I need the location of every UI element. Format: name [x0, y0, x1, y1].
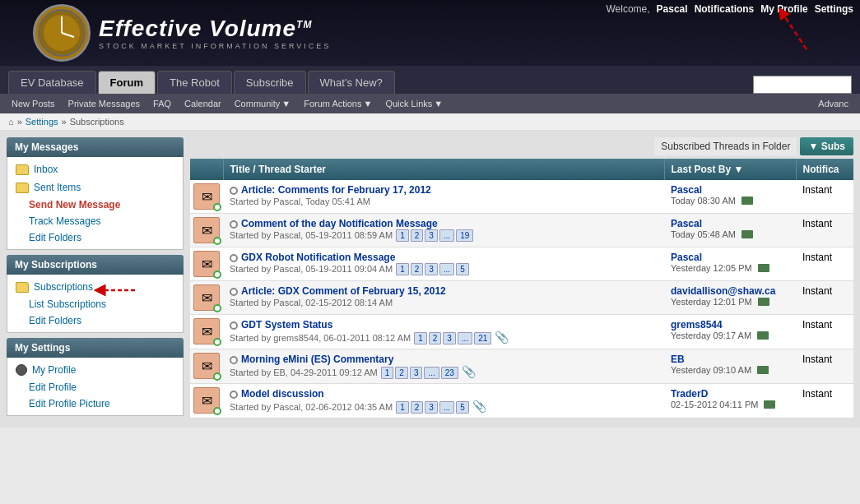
last-post-user-link[interactable]: Pascal — [671, 184, 702, 196]
thread-title-link[interactable]: Comment of the day Notification Message — [241, 218, 438, 229]
last-post-user-link[interactable]: davidallison@shaw.ca — [671, 285, 775, 297]
tab-forum[interactable]: Forum — [98, 71, 156, 94]
page-link[interactable]: 1 — [381, 367, 394, 379]
thread-title-link[interactable]: Article: GDX Comment of February 15, 201… — [241, 285, 446, 297]
tab-the-robot[interactable]: The Robot — [157, 71, 232, 94]
go-to-post-icon[interactable] — [764, 400, 775, 409]
thread-title-link[interactable]: GDT System Status — [241, 319, 332, 331]
page-link[interactable]: 3 — [425, 263, 438, 275]
thread-last-post-cell: grems8544Yesterday 09:17 AM — [664, 315, 796, 349]
inbox-link[interactable]: Inbox — [34, 164, 58, 175]
go-to-post-icon[interactable] — [741, 197, 753, 205]
edit-profile-picture-link[interactable]: Edit Profile Picture — [29, 398, 110, 409]
sub-nav-private-messages[interactable]: Private Messages — [63, 97, 145, 110]
subscriptions-link[interactable]: Subscriptions — [34, 281, 93, 293]
sub-nav-new-posts[interactable]: New Posts — [7, 97, 60, 110]
page-link[interactable]: 5 — [456, 263, 469, 275]
go-to-post-icon[interactable] — [758, 264, 769, 272]
thread-notification-cell: Instant — [796, 180, 853, 214]
sent-items-link[interactable]: Sent Items — [34, 182, 81, 193]
page-link[interactable]: ... — [439, 229, 454, 242]
threads-table: Title / Thread Starter Last Post By ▼ No… — [190, 159, 853, 418]
page-link[interactable]: ... — [424, 367, 439, 379]
page-link[interactable]: 1 — [396, 263, 409, 275]
page-link[interactable]: 3 — [410, 367, 423, 379]
page-link[interactable]: 23 — [441, 367, 458, 379]
search-input[interactable] — [753, 76, 852, 94]
settings-link[interactable]: Settings — [815, 3, 853, 15]
sidebar-item-subscriptions[interactable]: Subscriptions — [7, 278, 183, 296]
sub-nav-quick-links[interactable]: Quick Links ▼ — [380, 97, 448, 110]
sidebar-link-track-messages[interactable]: Track Messages — [7, 213, 183, 229]
breadcrumb-separator-2: » — [62, 117, 67, 127]
go-to-post-icon[interactable] — [757, 366, 769, 374]
page-link[interactable]: 3 — [425, 401, 438, 414]
page-link[interactable]: 2 — [411, 229, 424, 242]
sidebar-item-inbox[interactable]: Inbox — [7, 160, 183, 178]
sidebar-link-edit-profile[interactable]: Edit Profile — [7, 379, 183, 395]
edit-folders-sub-link[interactable]: Edit Folders — [29, 315, 81, 326]
page-link[interactable]: 5 — [456, 401, 469, 414]
last-post-user-link[interactable]: TraderD — [671, 388, 708, 400]
sub-nav-forum-actions[interactable]: Forum Actions ▼ — [299, 97, 377, 110]
sidebar-item-sent-items[interactable]: Sent Items — [7, 178, 183, 197]
edit-profile-link[interactable]: Edit Profile — [29, 381, 77, 393]
page-link[interactable]: 2 — [395, 367, 408, 379]
thread-title-link[interactable]: Article: Comments for February 17, 2012 — [241, 184, 431, 196]
go-to-post-icon[interactable] — [741, 230, 753, 238]
tab-whats-new[interactable]: What's New? — [308, 71, 395, 94]
thread-unread-icon — [230, 254, 238, 262]
last-post-user-link[interactable]: grems8544 — [671, 319, 723, 331]
go-to-post-icon[interactable] — [757, 331, 769, 340]
last-post-user-link[interactable]: EB — [671, 354, 685, 365]
edit-folders-link[interactable]: Edit Folders — [29, 232, 81, 243]
logo-clock — [33, 4, 91, 62]
page-link[interactable]: 3 — [443, 332, 456, 344]
send-new-message-link[interactable]: Send New Message — [29, 199, 120, 210]
last-post-user-link[interactable]: Pascal — [671, 252, 702, 263]
page-link[interactable]: ... — [458, 332, 472, 344]
go-to-post-icon[interactable] — [758, 298, 769, 306]
thread-title-link[interactable]: Morning eMini (ES) Commentary — [241, 354, 393, 365]
page-link[interactable]: 1 — [396, 401, 409, 414]
sidebar-link-edit-folders[interactable]: Edit Folders — [7, 229, 183, 246]
tab-subscribe[interactable]: Subscribe — [234, 71, 306, 94]
my-profile-sidebar-link[interactable]: My Profile — [32, 364, 76, 376]
sidebar-item-my-profile[interactable]: My Profile — [7, 361, 183, 379]
sidebar-link-send-new-message[interactable]: Send New Message — [7, 197, 183, 213]
track-messages-link[interactable]: Track Messages — [29, 215, 101, 227]
sidebar-link-edit-profile-picture[interactable]: Edit Profile Picture — [7, 395, 183, 412]
page-link[interactable]: 2 — [429, 332, 442, 344]
sidebar-link-edit-folders-sub[interactable]: Edit Folders — [7, 312, 183, 329]
page-link[interactable]: 2 — [411, 401, 424, 414]
page-link[interactable]: 19 — [456, 229, 473, 242]
col-header-last-post[interactable]: Last Post By ▼ — [664, 159, 796, 180]
sub-nav-faq[interactable]: FAQ — [148, 97, 176, 110]
last-post-user-link[interactable]: Pascal — [671, 218, 702, 229]
page-link[interactable]: ... — [439, 263, 454, 275]
thread-title-link[interactable]: GDX Robot Notification Message — [241, 252, 395, 263]
sub-nav-community[interactable]: Community ▼ — [230, 97, 296, 110]
notifications-link[interactable]: Notifications — [695, 3, 755, 15]
tab-ev-database[interactable]: EV Database — [8, 71, 96, 94]
thread-title-cell: Comment of the day Notification MessageS… — [223, 214, 664, 247]
page-link[interactable]: 1 — [414, 332, 427, 344]
page-link[interactable]: 2 — [411, 263, 424, 275]
subs-button[interactable]: ▼ Subs — [800, 137, 853, 155]
page-link[interactable]: ... — [439, 401, 454, 414]
thread-page-links: 123...21 — [414, 332, 491, 344]
page-link[interactable]: 3 — [425, 229, 438, 242]
username-link[interactable]: Pascal — [657, 3, 688, 15]
page-link[interactable]: 1 — [396, 229, 409, 242]
thread-title-link[interactable]: Model discussion — [241, 388, 324, 400]
thread-envelope-icon: ✉ — [193, 183, 220, 210]
page-link[interactable]: 21 — [474, 332, 491, 344]
home-icon[interactable]: ⌂ — [8, 117, 14, 127]
sub-nav-advanced[interactable]: Advanc — [813, 97, 853, 110]
sub-nav-calendar[interactable]: Calendar — [179, 97, 226, 110]
top-nav-right: Welcome, Pascal Notifications My Profile… — [599, 0, 860, 18]
thread-title-cell: Article: GDX Comment of February 15, 201… — [223, 281, 664, 315]
sidebar-body-my-messages: Inbox Sent Items Send New Message Track … — [7, 157, 184, 250]
thread-notification-cell: Instant — [796, 281, 853, 315]
breadcrumb-settings[interactable]: Settings — [26, 117, 58, 127]
